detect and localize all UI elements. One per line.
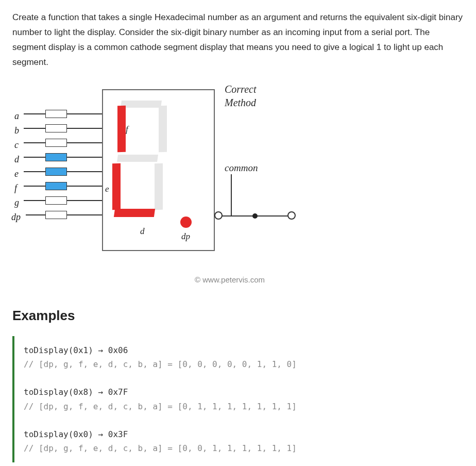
example-comment: // [dp, g, f, e, d, c, b, a] = [0, 0, 1,… bbox=[24, 443, 297, 453]
inner-label-d: d bbox=[140, 224, 145, 239]
segment-dp bbox=[180, 217, 192, 228]
segment-c bbox=[155, 163, 163, 210]
example-call: toDisplay(0x1) → 0x06 bbox=[24, 345, 128, 355]
image-credit: © www.petervis.com bbox=[195, 273, 265, 287]
pin-box bbox=[45, 110, 67, 118]
pin-label-c: c bbox=[14, 137, 19, 153]
pin-box-active bbox=[45, 153, 67, 161]
correct-line2: Method bbox=[225, 96, 256, 109]
node-open bbox=[287, 211, 296, 220]
common-wire bbox=[231, 174, 232, 215]
pin-box-active bbox=[45, 182, 67, 190]
inner-label-e: e bbox=[105, 182, 109, 197]
inner-label-f: f bbox=[126, 122, 128, 137]
correct-method-label: Correct Method bbox=[225, 82, 256, 109]
examples-heading: Examples bbox=[12, 304, 464, 327]
example-call: toDisplay(0x0) → 0x3F bbox=[24, 429, 128, 439]
pin-box bbox=[45, 124, 67, 132]
segment-a bbox=[121, 101, 162, 108]
pin-label-dp: dp bbox=[11, 209, 21, 225]
example-comment: // [dp, g, f, e, d, c, b, a] = [0, 0, 0,… bbox=[24, 359, 297, 369]
pin-label-e: e bbox=[14, 166, 19, 182]
example-comment: // [dp, g, f, e, d, c, b, a] = [0, 1, 1,… bbox=[24, 402, 297, 411]
node-open bbox=[214, 211, 223, 220]
examples-code-block: toDisplay(0x1) → 0x06 // [dp, g, f, e, d… bbox=[12, 336, 464, 463]
pin-label-f: f bbox=[14, 180, 17, 196]
segment-g bbox=[117, 155, 158, 162]
segment-d bbox=[114, 209, 155, 217]
correct-line1: Correct bbox=[225, 82, 256, 96]
segment-diagram: a b c d e f g dp bbox=[14, 82, 303, 289]
pin-box bbox=[45, 139, 67, 147]
pin-label-g: g bbox=[14, 195, 19, 211]
chip-outline: f e d dp bbox=[102, 89, 215, 251]
node-fill bbox=[252, 213, 258, 219]
pin-label-d: d bbox=[14, 152, 19, 168]
inner-label-dp: dp bbox=[181, 229, 190, 244]
segment-b bbox=[159, 105, 167, 152]
pin-box-active bbox=[45, 168, 67, 176]
pin-label-b: b bbox=[14, 123, 19, 139]
diagram-container: a b c d e f g dp bbox=[14, 82, 464, 289]
problem-description: Create a function that takes a single He… bbox=[12, 10, 464, 70]
example-call: toDisplay(0x8) → 0x7F bbox=[24, 387, 128, 397]
pin-box bbox=[45, 196, 67, 205]
pin-box bbox=[45, 211, 67, 219]
segment-f bbox=[117, 105, 126, 152]
pin-label-a: a bbox=[14, 108, 19, 124]
segment-e bbox=[112, 163, 121, 210]
common-label: common bbox=[225, 160, 258, 176]
